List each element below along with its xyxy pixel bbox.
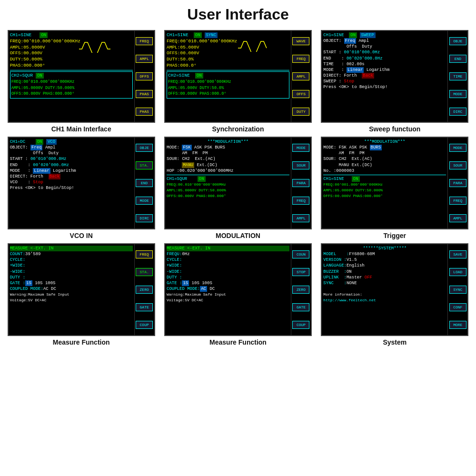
btn-mode-m[interactable]: MODE — [292, 144, 309, 152]
btn-zero-me2[interactable]: ZERO — [292, 286, 309, 294]
cell-sweep: CH1=SINE ON SWEEP OBJECT: Freq Ampl Offs… — [318, 30, 471, 133]
btn-end-v[interactable]: END — [136, 179, 153, 187]
screen-main-vco: CH1=DC ON VCO OBJECT: Freq Ampl Offs Dut… — [9, 138, 134, 228]
btn-para[interactable]: PARA — [292, 179, 309, 187]
screen-main-meas1: MEASURE <-EXT. IN COUNT:39'589 CYCLE: +W… — [9, 244, 134, 335]
btn-freq-m[interactable]: FREQ — [292, 197, 309, 205]
sidebar-meas2: COUN STOP ZERO GATE COUP — [291, 244, 311, 335]
btn-coup-me2[interactable]: COUP — [292, 321, 309, 329]
cell-measure2: MEASURE <-EXT. IN FREQU:0Hz CYCLE: +WIDE… — [161, 243, 314, 346]
btn-more[interactable]: MORE — [449, 321, 466, 329]
btn-sta[interactable]: STA. — [136, 161, 153, 169]
screen-vco: CH1=DC ON VCO OBJECT: Freq Ampl Offs Dut… — [8, 137, 155, 229]
label-trigger: Trigger — [384, 232, 406, 239]
btn-freq[interactable]: FREQ — [136, 37, 153, 45]
btn-ampl[interactable]: AMPL — [136, 55, 153, 63]
btn-offs[interactable]: OFFS — [136, 72, 153, 80]
btn-gate-me2[interactable]: GATE — [292, 303, 309, 311]
btn-zero-me1[interactable]: ZERO — [136, 286, 153, 294]
btn-ampl-m[interactable]: AMPL — [292, 214, 309, 222]
btn-dirc-v[interactable]: DIRC — [136, 214, 153, 222]
btn-phas[interactable]: PHAS — [136, 90, 153, 98]
label-system: System — [383, 338, 407, 346]
cell-modulation: ***MODULATION*** MODE: FSK ASK PSK BURS … — [161, 137, 314, 239]
label-modulation: MODULATION — [216, 232, 260, 239]
btn-save[interactable]: SAVE — [449, 250, 466, 258]
cell-trigger: ***MODULATION*** MODE: FSK ASK PSK BURS … — [318, 137, 471, 239]
screen-modulation: ***MODULATION*** MODE: FSK ASK PSK BURS … — [164, 137, 312, 229]
sidebar-mod: MODE SOUR PARA FREQ AMPL — [291, 138, 311, 228]
btn-freq-me1[interactable]: FREQ — [136, 250, 153, 258]
label-sweep: Sweep functuon — [369, 125, 420, 133]
screen-measure2: MEASURE <-EXT. IN FREQU:0Hz CYCLE: +WIDE… — [164, 243, 312, 336]
cell-measure1: MEASURE <-EXT. IN COUNT:39'589 CYCLE: +W… — [5, 243, 158, 346]
btn-sync-sys[interactable]: SYNC — [449, 286, 466, 294]
btn-mode-sw[interactable]: MODE — [449, 90, 466, 98]
cell-sync: CH1=SINE ON SYNC FREQ:00'010.000'000'000… — [161, 30, 314, 133]
sidebar-sweep: OBJE END TIME MODE DIRC — [447, 31, 467, 122]
btn-obje-v[interactable]: OBJE — [136, 144, 153, 152]
btn-mode-t[interactable]: MODE — [449, 144, 466, 152]
btn-sour[interactable]: SOUR — [292, 161, 309, 169]
screen-ch1-main: CH1=SINE ON FREQ:00'010.000'000'000KHz A… — [8, 30, 155, 123]
screen-sweep: CH1=SINE ON SWEEP OBJECT: Freq Ampl Offs… — [321, 30, 468, 123]
page-title: User Interface — [0, 0, 476, 27]
screen-main-meas2: MEASURE <-EXT. IN FREQU:0Hz CYCLE: +WIDE… — [165, 244, 291, 335]
btn-time[interactable]: TIME — [449, 72, 466, 80]
label-ch1-main: CH1 Main Interface — [51, 125, 111, 133]
sidebar-vco: OBJE STA. END MODE DIRC — [134, 138, 154, 228]
sidebar-trig: MODE SOUR PARA FREQ AMPL — [447, 138, 467, 228]
btn-offs-s[interactable]: OFFS — [292, 90, 309, 98]
label-sync: Synchronization — [212, 125, 264, 133]
btn-ampl-s[interactable]: AMPL — [292, 72, 309, 80]
label-measure2: Measure Function — [209, 338, 267, 346]
btn-freq-t[interactable]: FREQ — [449, 197, 466, 205]
screen-sync: CH1=SINE ON SYNC FREQ:00'010.000'000'000… — [164, 30, 312, 123]
btn-stop[interactable]: STOP — [292, 268, 309, 276]
btn-freq-s[interactable]: FREQ — [292, 55, 309, 63]
sidebar-ch1-main: FREQ AMPL OFFS PHAS PHAS — [134, 31, 154, 122]
btn-sour-t[interactable]: SOUR — [449, 161, 466, 169]
screen-main-ch1: CH1=SINE ON FREQ:00'010.000'000'000KHz A… — [9, 31, 134, 122]
btn-end[interactable]: END — [449, 55, 466, 63]
btn-para-t[interactable]: PARA — [449, 179, 466, 187]
btn-wave[interactable]: WAVE — [292, 37, 309, 45]
btn-dirc[interactable]: DIRC — [449, 108, 466, 116]
screen-main-sweep: CH1=SINE ON SWEEP OBJECT: Freq Ampl Offs… — [322, 31, 447, 122]
btn-gate-me1[interactable]: GATE — [136, 303, 153, 311]
label-vco: VCO IN — [70, 232, 93, 239]
btn-conf[interactable]: CONF — [449, 303, 466, 311]
btn-sta-me1[interactable]: STA. — [136, 268, 153, 276]
btn-coun[interactable]: COUN — [292, 250, 309, 258]
label-measure1: Measure Function — [53, 338, 110, 346]
cell-ch1-main: CH1=SINE ON FREQ:00'010.000'000'000KHz A… — [5, 30, 158, 133]
cell-vco: CH1=DC ON VCO OBJECT: Freq Ampl Offs Dut… — [5, 137, 158, 239]
screen-main-sys: ******SYSTEM***** MODEL :FY6800-60M VERS… — [322, 244, 447, 335]
screen-system: ******SYSTEM***** MODEL :FY6800-60M VERS… — [321, 243, 468, 336]
btn-duty-s[interactable]: DUTY — [292, 108, 309, 116]
cell-system: ******SYSTEM***** MODEL :FY6800-60M VERS… — [318, 243, 471, 346]
btn-phas2[interactable]: PHAS — [136, 108, 153, 116]
btn-mode-v[interactable]: MODE — [136, 197, 153, 205]
btn-ampl-t[interactable]: AMPL — [449, 214, 466, 222]
screen-main-trig: ***MODULATION*** MODE: FSK ASK PSK BURS … — [322, 138, 447, 228]
sidebar-sys: SAVE LOAD SYNC CONF MORE — [447, 244, 467, 335]
btn-coup-me1[interactable]: COUP — [136, 321, 153, 329]
ui-grid: CH1=SINE ON FREQ:00'010.000'000'000KHz A… — [0, 27, 476, 349]
btn-load[interactable]: LOAD — [449, 268, 466, 276]
sidebar-sync: WAVE FREQ AMPL OFFS DUTY — [291, 31, 311, 122]
screen-measure1: MEASURE <-EXT. IN COUNT:39'589 CYCLE: +W… — [8, 243, 155, 336]
screen-main-sync: CH1=SINE ON SYNC FREQ:00'010.000'000'000… — [165, 31, 291, 122]
btn-obje[interactable]: OBJE — [449, 37, 466, 45]
sidebar-meas1: FREQ STA. ZERO GATE COUP — [134, 244, 154, 335]
screen-trigger: ***MODULATION*** MODE: FSK ASK PSK BURS … — [321, 137, 468, 229]
screen-main-mod: ***MODULATION*** MODE: FSK ASK PSK BURS … — [165, 138, 291, 228]
